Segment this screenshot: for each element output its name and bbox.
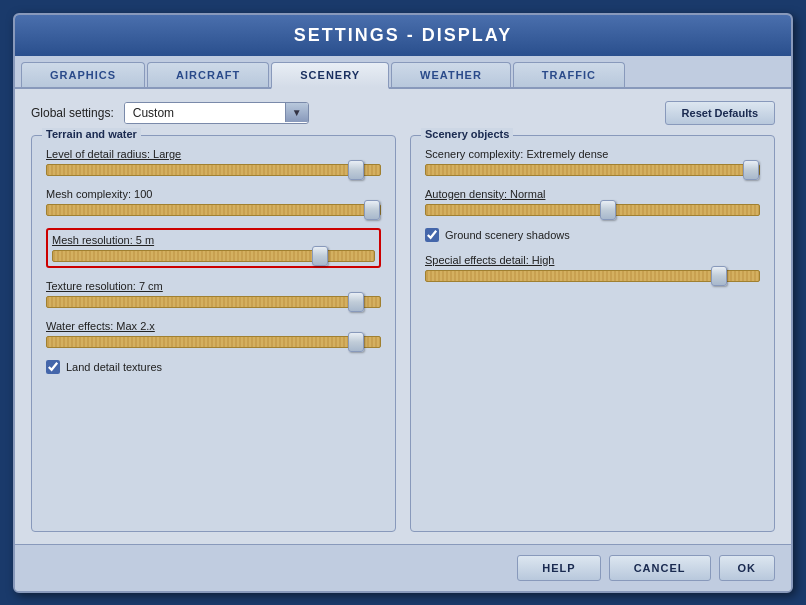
mesh-resolution-label: Mesh resolution: 5 m	[52, 234, 375, 246]
ground-shadows-row: Ground scenery shadows	[425, 228, 760, 242]
water-effects-slider[interactable]	[46, 336, 381, 348]
autogen-density-label: Autogen density: Normal	[425, 188, 760, 200]
autogen-density-slider[interactable]	[425, 204, 760, 216]
ground-shadows-checkbox[interactable]	[425, 228, 439, 242]
dialog-title: SETTINGS - DISPLAY	[15, 15, 791, 56]
panels-row: Terrain and water Level of detail radius…	[31, 135, 775, 532]
tab-aircraft[interactable]: AIRCRAFT	[147, 62, 269, 87]
global-settings-row: Global settings: ▼ Reset Defaults	[31, 101, 775, 125]
tab-scenery[interactable]: SCENERY	[271, 62, 389, 89]
reset-defaults-button[interactable]: Reset Defaults	[665, 101, 775, 125]
global-settings-label: Global settings:	[31, 106, 114, 120]
terrain-panel: Terrain and water Level of detail radius…	[31, 135, 396, 532]
global-settings-input[interactable]	[125, 103, 285, 123]
tabs-row: GRAPHICS AIRCRAFT SCENERY WEATHER TRAFFI…	[15, 56, 791, 89]
mesh-complexity-slider[interactable]	[46, 204, 381, 216]
terrain-panel-title: Terrain and water	[42, 128, 141, 140]
lod-slider-row: Level of detail radius: Large	[46, 148, 381, 176]
ground-shadows-label: Ground scenery shadows	[445, 229, 570, 241]
global-settings-dropdown[interactable]: ▼	[124, 102, 309, 124]
scenery-panel-title: Scenery objects	[421, 128, 513, 140]
special-effects-slider[interactable]	[425, 270, 760, 282]
ok-button[interactable]: OK	[719, 555, 776, 581]
footer: HELP CANCEL OK	[15, 544, 791, 591]
scenery-complexity-slider[interactable]	[425, 164, 760, 176]
lod-label: Level of detail radius: Large	[46, 148, 381, 160]
land-textures-row: Land detail textures	[46, 360, 381, 374]
scenery-complexity-label: Scenery complexity: Extremely dense	[425, 148, 760, 160]
scenery-panel: Scenery objects Scenery complexity: Extr…	[410, 135, 775, 532]
mesh-complexity-slider-row: Mesh complexity: 100	[46, 188, 381, 216]
land-textures-checkbox[interactable]	[46, 360, 60, 374]
water-effects-slider-row: Water effects: Max 2.x	[46, 320, 381, 348]
cancel-button[interactable]: CANCEL	[609, 555, 711, 581]
dropdown-arrow-icon[interactable]: ▼	[285, 103, 308, 122]
help-button[interactable]: HELP	[517, 555, 600, 581]
mesh-resolution-slider[interactable]	[52, 250, 375, 262]
lod-slider[interactable]	[46, 164, 381, 176]
scenery-complexity-slider-row: Scenery complexity: Extremely dense	[425, 148, 760, 176]
tab-graphics[interactable]: GRAPHICS	[21, 62, 145, 87]
mesh-resolution-slider-row: Mesh resolution: 5 m	[46, 228, 381, 268]
texture-res-slider-row: Texture resolution: 7 cm	[46, 280, 381, 308]
special-effects-label: Special effects detail: High	[425, 254, 760, 266]
tab-weather[interactable]: WEATHER	[391, 62, 511, 87]
mesh-complexity-label: Mesh complexity: 100	[46, 188, 381, 200]
texture-res-label: Texture resolution: 7 cm	[46, 280, 381, 292]
water-effects-label: Water effects: Max 2.x	[46, 320, 381, 332]
texture-res-slider[interactable]	[46, 296, 381, 308]
tab-traffic[interactable]: TRAFFIC	[513, 62, 625, 87]
land-textures-label: Land detail textures	[66, 361, 162, 373]
autogen-density-slider-row: Autogen density: Normal	[425, 188, 760, 216]
settings-dialog: SETTINGS - DISPLAY GRAPHICS AIRCRAFT SCE…	[13, 13, 793, 593]
special-effects-slider-row: Special effects detail: High	[425, 254, 760, 282]
content-area: Global settings: ▼ Reset Defaults Terrai…	[15, 89, 791, 544]
